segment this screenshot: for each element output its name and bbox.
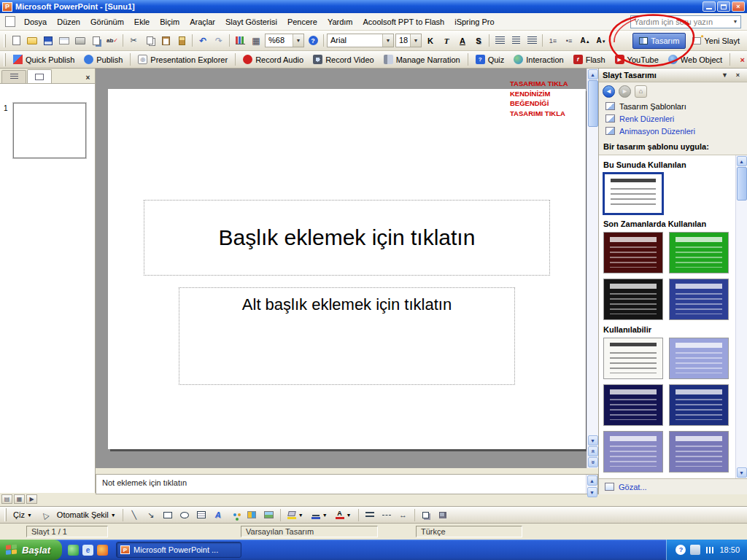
title-placeholder[interactable]: Başlık eklemek için tıklatın	[144, 200, 550, 276]
network-tray-icon[interactable]	[705, 545, 715, 555]
chevron-down-icon[interactable]: ▼	[410, 34, 421, 47]
save-button[interactable]	[41, 34, 55, 48]
chevron-down-icon[interactable]: ▼	[293, 34, 303, 47]
browse-link[interactable]: Gözat...	[619, 483, 647, 491]
clip-art-button[interactable]	[244, 508, 259, 522]
template-available[interactable]	[603, 338, 663, 379]
design-templates-link[interactable]: Tasarım Şablonları	[599, 100, 747, 112]
show-desktop-icon[interactable]	[68, 545, 79, 556]
menu-araclar[interactable]: Araçlar	[185, 15, 220, 28]
draw-menu-button[interactable]: Çiz▼	[10, 508, 35, 522]
scroll-up-button[interactable]: ▲	[588, 69, 598, 79]
restore-button[interactable]	[717, 1, 730, 12]
youtube-button[interactable]: ▶YouTube	[611, 52, 662, 66]
web-object-button[interactable]: Web Object	[665, 52, 726, 66]
slide-canvas[interactable]: Başlık eklemek için tıklatın Alt başlık …	[108, 89, 586, 449]
increase-font-button[interactable]: A▲	[578, 34, 592, 48]
align-left-button[interactable]	[492, 34, 507, 48]
template-available[interactable]	[603, 384, 663, 426]
align-center-button[interactable]	[508, 34, 523, 48]
3d-style-button[interactable]	[436, 508, 450, 522]
fill-color-button[interactable]: ▼	[285, 508, 306, 522]
firefox-icon[interactable]	[97, 545, 108, 556]
align-right-button[interactable]	[525, 34, 539, 48]
quick-publish-button[interactable]: Quick Publish	[9, 52, 78, 66]
arrow-tool-button[interactable]: ↘	[144, 508, 158, 522]
internet-explorer-icon[interactable]: e	[82, 545, 93, 556]
menu-duzen[interactable]: Düzen	[52, 15, 85, 28]
menu-slayt-gosterisi[interactable]: Slayt Gösterisi	[220, 15, 282, 28]
close-pane-button[interactable]: ×	[82, 72, 93, 83]
mail-button[interactable]	[57, 34, 71, 48]
task-pane-menu-button[interactable]: ▼	[719, 70, 730, 81]
line-color-button[interactable]: ▼	[309, 508, 330, 522]
template-available[interactable]	[669, 431, 729, 472]
print-button[interactable]	[73, 34, 88, 48]
new-slide-button[interactable]: * Yeni Slayt	[687, 33, 745, 49]
back-button[interactable]: ◄	[603, 85, 615, 98]
copy-button[interactable]	[142, 34, 157, 48]
taskbar-powerpoint-button[interactable]: P Microsoft PowerPoint ...	[116, 542, 241, 558]
close-button[interactable]: ×	[732, 1, 745, 12]
font-size-combo[interactable]: 18 ▼	[395, 34, 422, 47]
record-video-button[interactable]: Record Video	[309, 52, 377, 66]
scroll-up-button[interactable]: ▲	[587, 475, 597, 486]
minimize-button[interactable]	[703, 1, 716, 12]
notes-scrollbar[interactable]: ▲ ▼	[586, 475, 597, 494]
help-button[interactable]: ?	[306, 34, 320, 48]
subtitle-placeholder[interactable]: Alt başlık eklemek için tıklatın	[179, 287, 515, 385]
scroll-down-button[interactable]: ▼	[587, 487, 597, 497]
start-button[interactable]: Başlat	[0, 540, 62, 560]
tab-outline[interactable]	[1, 70, 26, 83]
tab-slides[interactable]	[27, 69, 52, 83]
slide-editor-area[interactable]: Başlık eklemek için tıklatın Alt başlık …	[96, 69, 598, 468]
new-button[interactable]	[9, 34, 23, 48]
menu-bicim[interactable]: Biçim	[155, 15, 185, 28]
chevron-down-icon[interactable]: ▼	[382, 34, 393, 47]
decrease-font-button[interactable]: A▼	[594, 34, 608, 48]
bullets-button[interactable]: •≡	[562, 34, 576, 48]
status-language[interactable]: Türkçe	[416, 526, 522, 537]
line-tool-button[interactable]: ╲	[127, 508, 142, 522]
wordart-button[interactable]: A	[211, 508, 225, 522]
menu-gorunum[interactable]: Görünüm	[85, 15, 129, 28]
insert-picture-button[interactable]	[261, 508, 276, 522]
menu-pencere[interactable]: Pencere	[282, 15, 322, 28]
chart-button[interactable]	[233, 34, 247, 48]
toolbar-grip[interactable]	[4, 508, 7, 521]
scroll-down-button[interactable]: ▼	[588, 435, 598, 446]
dash-style-button[interactable]	[379, 508, 394, 522]
template-available[interactable]	[669, 384, 729, 426]
flash-button[interactable]: fFlash	[570, 52, 609, 66]
help-tray-icon[interactable]: ?	[676, 545, 686, 555]
task-pane-scrollbar[interactable]: ▲ ▼	[735, 155, 747, 478]
cut-button[interactable]: ✂	[126, 34, 141, 48]
menu-ekle[interactable]: Ekle	[129, 15, 155, 28]
publish-button[interactable]: Publish	[80, 52, 126, 66]
task-pane-close-button[interactable]: ×	[732, 70, 743, 81]
menu-ispring[interactable]: iSpring Pro	[449, 15, 499, 28]
forward-button[interactable]: ►	[619, 85, 631, 98]
line-style-button[interactable]	[363, 508, 377, 522]
next-slide-button[interactable]: »	[588, 457, 598, 467]
slide-thumbnail[interactable]	[13, 103, 86, 158]
autoshapes-menu-button[interactable]: Otomatik Şekil▼	[54, 508, 119, 522]
spelling-button[interactable]: ab✓	[105, 34, 120, 48]
record-audio-button[interactable]: Record Audio	[239, 52, 307, 66]
arrow-style-button[interactable]: ↔	[396, 508, 411, 522]
zoom-combo[interactable]: %68 ▼	[265, 34, 304, 47]
bold-button[interactable]: K	[423, 34, 438, 48]
print-preview-button[interactable]	[89, 34, 104, 48]
previous-slide-button[interactable]: «	[588, 446, 598, 456]
scrollbar-thumb[interactable]	[737, 167, 747, 201]
italic-button[interactable]: T	[439, 34, 454, 48]
animation-schemes-link[interactable]: Animasyon Düzenleri	[599, 125, 747, 137]
underline-button[interactable]: A	[455, 34, 470, 48]
undo-button[interactable]: ↶	[196, 34, 210, 48]
normal-view-button[interactable]: ▤	[1, 494, 12, 504]
menu-yardim[interactable]: Yardım	[322, 15, 358, 28]
template-recent[interactable]	[603, 232, 663, 273]
template-available[interactable]	[603, 431, 663, 472]
open-button[interactable]	[25, 34, 39, 48]
template-available[interactable]	[669, 338, 729, 379]
